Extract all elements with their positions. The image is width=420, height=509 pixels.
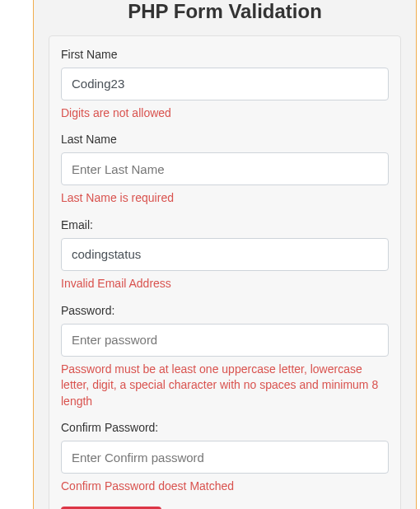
password-group: Password: Password must be at least one … (61, 304, 389, 410)
email-error: Invalid Email Address (61, 276, 389, 292)
confirm-password-error: Confirm Password doest Matched (61, 479, 389, 495)
email-label: Email: (61, 218, 389, 231)
password-label: Password: (61, 304, 389, 317)
confirm-password-input[interactable] (61, 441, 389, 474)
email-input[interactable] (61, 238, 389, 271)
first-name-group: First Name Digits are not allowed (61, 48, 389, 122)
password-error: Password must be at least one uppercase … (61, 362, 389, 410)
last-name-error: Last Name is required (61, 190, 389, 207)
confirm-password-label: Confirm Password: (61, 421, 389, 434)
confirm-password-group: Confirm Password: Confirm Password doest… (61, 421, 389, 495)
page-container: PHP Form Validation First Name Digits ar… (33, 0, 417, 509)
form-card: First Name Digits are not allowed Last N… (49, 35, 401, 509)
first-name-error: Digits are not allowed (61, 105, 389, 122)
last-name-input[interactable] (61, 152, 389, 185)
first-name-input[interactable] (61, 68, 389, 100)
password-input[interactable] (61, 324, 389, 357)
last-name-label: Last Name (61, 133, 389, 146)
first-name-label: First Name (61, 48, 389, 61)
email-group: Email: Invalid Email Address (61, 218, 389, 292)
last-name-group: Last Name Last Name is required (61, 133, 389, 207)
page-title: PHP Form Validation (49, 0, 401, 35)
